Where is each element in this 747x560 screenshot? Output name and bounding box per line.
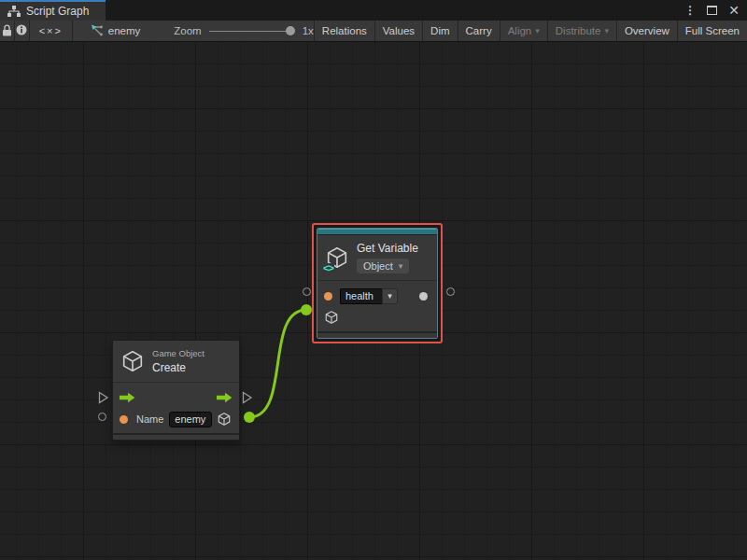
flow-out-connector[interactable] — [242, 391, 253, 408]
relations-button[interactable]: Relations — [314, 21, 374, 41]
info-icon — [16, 24, 27, 37]
carry-button[interactable]: Carry — [458, 21, 500, 41]
node-footer — [113, 433, 239, 440]
window-menu-icon[interactable]: ⋮ — [684, 4, 696, 17]
variable-name-port[interactable] — [324, 292, 332, 301]
code-preview-button[interactable]: <×> — [30, 21, 73, 41]
zoom-control: Zoom 1x — [174, 21, 314, 41]
distribute-button[interactable]: Distribute ▾ — [547, 21, 616, 41]
maximize-icon[interactable] — [707, 6, 717, 15]
name-port-label: Name — [136, 413, 163, 425]
input-connector-ring[interactable] — [98, 413, 106, 421]
caret-down-icon: ▾ — [535, 26, 540, 35]
node-color-strip — [317, 229, 437, 235]
variable-name-picker[interactable]: ▾ — [382, 288, 398, 304]
flow-in-icon[interactable] — [120, 392, 135, 403]
zoom-slider-handle[interactable] — [286, 26, 295, 35]
flow-in-connector[interactable] — [98, 391, 109, 408]
connection-wire[interactable] — [249, 310, 306, 417]
graph-breadcrumb-label: enemy — [108, 25, 141, 36]
variable-scope-value: Object — [363, 260, 393, 272]
tab-title: Script Graph — [26, 5, 89, 18]
caret-down-icon: ▾ — [604, 26, 609, 35]
graph-breadcrumb[interactable]: enemy — [91, 21, 141, 41]
zoom-label: Zoom — [174, 25, 201, 36]
graph-icon — [91, 24, 104, 38]
game-object-output-icon[interactable] — [217, 412, 232, 427]
full-screen-button[interactable]: Full Screen — [677, 21, 747, 41]
value-output-port[interactable] — [419, 292, 428, 301]
node-create[interactable]: Game Object Create — [112, 340, 240, 441]
lock-icon — [2, 24, 12, 38]
code-badge-icon: <> — [322, 263, 334, 273]
graph-toolbar: <×> enemy Zoom 1x Relations Values — [0, 21, 747, 42]
script-graph-window: Script Graph ⋮ ✕ — [0, 0, 747, 560]
output-connector-ring[interactable] — [446, 287, 455, 296]
variable-name-input[interactable] — [340, 288, 382, 304]
zoom-slider[interactable] — [209, 24, 295, 37]
dim-button[interactable]: Dim — [422, 21, 457, 41]
node-title: Get Variable — [357, 242, 418, 255]
window-controls: ⋮ ✕ — [684, 0, 747, 21]
caret-down-icon: ▾ — [399, 261, 403, 271]
variable-scope-dropdown[interactable]: Object ▾ — [357, 259, 409, 273]
toolbar-buttons: Relations Values Dim Carry Align ▾ Distr… — [314, 21, 747, 41]
game-object-port-icon[interactable] — [324, 310, 339, 325]
connection-end-dot[interactable] — [301, 304, 312, 315]
tab-bar: Script Graph ⋮ ✕ — [0, 0, 747, 21]
name-value-port[interactable] — [120, 415, 128, 424]
node-title: Create — [152, 361, 204, 374]
values-button[interactable]: Values — [374, 21, 422, 41]
zoom-value: 1x — [303, 25, 314, 36]
flow-out-icon[interactable] — [217, 392, 233, 403]
align-button[interactable]: Align ▾ — [500, 21, 547, 41]
node-category: Game Object — [152, 348, 204, 359]
overview-button[interactable]: Overview — [616, 21, 677, 41]
caret-down-icon: ▾ — [388, 291, 392, 301]
zoom-slider-track[interactable] — [209, 31, 295, 32]
graph-canvas[interactable]: <> Get Variable Object ▾ — [0, 42, 747, 560]
name-input[interactable] — [169, 412, 212, 427]
game-object-cube-icon — [120, 349, 145, 373]
hierarchy-icon — [7, 6, 21, 17]
node-get-variable[interactable]: <> Get Variable Object ▾ — [312, 223, 443, 343]
tab-script-graph[interactable]: Script Graph — [0, 0, 106, 21]
input-connector-ring[interactable] — [303, 287, 311, 296]
node-footer — [317, 331, 437, 338]
info-button[interactable] — [15, 21, 30, 41]
lock-button[interactable] — [0, 21, 15, 41]
close-icon[interactable]: ✕ — [728, 6, 740, 15]
connection-start-dot[interactable] — [244, 412, 255, 423]
game-object-cube-icon: <> — [325, 245, 349, 270]
